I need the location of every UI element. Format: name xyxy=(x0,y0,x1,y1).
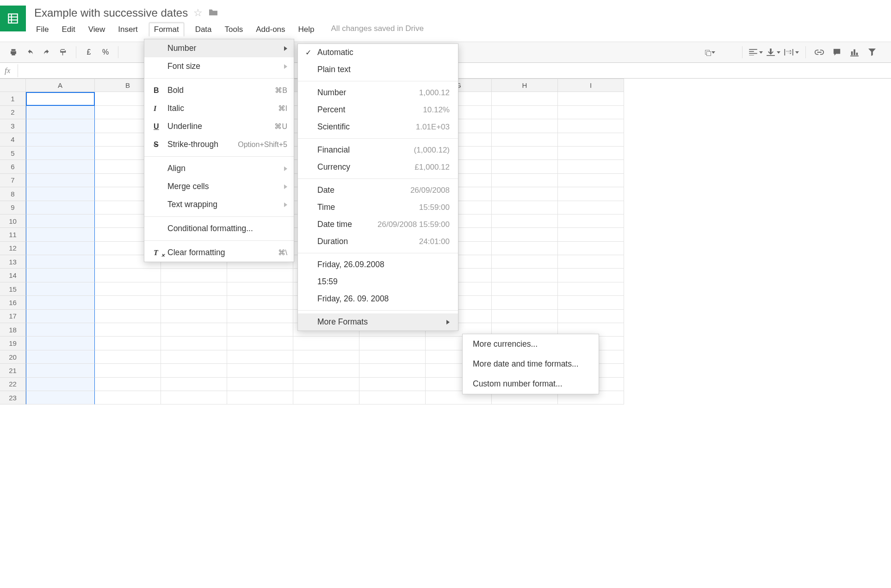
filter-button[interactable] xyxy=(865,45,879,59)
cell[interactable] xyxy=(359,364,426,377)
star-icon[interactable]: ☆ xyxy=(193,7,203,19)
cell[interactable] xyxy=(492,147,558,160)
menu-insert[interactable]: Insert xyxy=(116,24,140,37)
cell[interactable] xyxy=(95,310,161,323)
row-header[interactable]: 17 xyxy=(0,310,26,323)
number-automatic-item[interactable]: ✓Automatic xyxy=(298,44,458,61)
chart-button[interactable] xyxy=(848,45,861,59)
number-time-item[interactable]: Time 15:59:00 xyxy=(298,199,458,216)
cell[interactable] xyxy=(227,323,293,337)
format-italic-item[interactable]: IItalic ⌘I xyxy=(144,99,294,117)
cell[interactable] xyxy=(161,350,227,364)
cell[interactable] xyxy=(359,378,426,391)
cell[interactable] xyxy=(293,350,359,364)
folder-icon[interactable] xyxy=(208,7,218,19)
cell[interactable] xyxy=(558,310,624,323)
undo-button[interactable] xyxy=(23,45,37,59)
cell[interactable] xyxy=(161,282,227,296)
row-header[interactable]: 23 xyxy=(0,391,26,404)
cell[interactable] xyxy=(492,214,558,228)
cell[interactable] xyxy=(161,323,227,337)
cell[interactable] xyxy=(95,364,161,377)
cell[interactable] xyxy=(492,296,558,309)
redo-button[interactable] xyxy=(40,45,54,59)
cell[interactable] xyxy=(95,282,161,296)
cell[interactable] xyxy=(227,296,293,309)
cell[interactable] xyxy=(492,228,558,241)
cell[interactable] xyxy=(26,255,95,269)
number-percent-item[interactable]: Percent 10.12% xyxy=(298,101,458,118)
number-fmt1-item[interactable]: Friday, 26.09.2008 xyxy=(298,256,458,273)
cell[interactable] xyxy=(227,391,293,404)
number-number-item[interactable]: Number 1,000.12 xyxy=(298,84,458,101)
number-date-item[interactable]: Date 26/09/2008 xyxy=(298,182,458,199)
cell[interactable] xyxy=(558,296,624,309)
cell[interactable] xyxy=(26,323,95,337)
col-header-h[interactable]: H xyxy=(492,79,558,92)
cell[interactable] xyxy=(492,242,558,255)
col-header-a[interactable]: A xyxy=(26,79,95,92)
cell[interactable] xyxy=(293,391,359,404)
row-header[interactable]: 3 xyxy=(0,119,26,133)
col-header-i[interactable]: I xyxy=(558,79,624,92)
row-header[interactable]: 18 xyxy=(0,323,26,337)
row-header[interactable]: 15 xyxy=(0,282,26,296)
row-header[interactable]: 4 xyxy=(0,133,26,147)
custom-number-item[interactable]: Custom number format... xyxy=(463,374,599,394)
cell[interactable] xyxy=(227,350,293,364)
row-header[interactable]: 19 xyxy=(0,337,26,350)
row-header[interactable]: 10 xyxy=(0,214,26,228)
cell[interactable] xyxy=(26,337,95,350)
number-scientific-item[interactable]: Scientific 1.01E+03 xyxy=(298,118,458,135)
row-header[interactable]: 5 xyxy=(0,147,26,160)
paint-format-button[interactable] xyxy=(56,45,70,59)
row-header[interactable]: 8 xyxy=(0,187,26,201)
cell[interactable] xyxy=(26,174,95,187)
cell[interactable] xyxy=(161,378,227,391)
cell[interactable] xyxy=(558,255,624,269)
wrap-button[interactable] xyxy=(784,45,799,59)
cell[interactable] xyxy=(95,350,161,364)
cell[interactable] xyxy=(558,228,624,241)
cell[interactable] xyxy=(558,133,624,147)
cell[interactable] xyxy=(558,201,624,214)
format-merge-item[interactable]: Merge cells xyxy=(144,178,294,196)
number-currency-item[interactable]: Currency £1,000.12 xyxy=(298,159,458,176)
cell[interactable] xyxy=(359,337,426,350)
cell[interactable] xyxy=(558,92,624,105)
row-header[interactable]: 20 xyxy=(0,350,26,364)
cell[interactable] xyxy=(95,296,161,309)
cell[interactable] xyxy=(26,201,95,214)
menu-format[interactable]: Format xyxy=(149,23,184,37)
cell[interactable] xyxy=(26,242,95,255)
document-title[interactable]: Example with successive dates xyxy=(32,6,188,19)
menu-help[interactable]: Help xyxy=(297,24,316,37)
cell[interactable] xyxy=(492,133,558,147)
cell[interactable] xyxy=(26,214,95,228)
row-header[interactable]: 11 xyxy=(0,228,26,241)
cell[interactable] xyxy=(492,255,558,269)
format-clear-item[interactable]: T✕Clear formatting ⌘\ xyxy=(144,244,294,262)
cell[interactable] xyxy=(227,364,293,377)
cell[interactable] xyxy=(492,106,558,119)
halign-button[interactable] xyxy=(749,45,763,59)
format-bold-item[interactable]: BBold ⌘B xyxy=(144,81,294,99)
row-header[interactable]: 1 xyxy=(0,92,26,105)
currency-button[interactable]: £ xyxy=(82,45,96,59)
cell[interactable] xyxy=(558,282,624,296)
format-fontsize-item[interactable]: Font size xyxy=(144,57,294,75)
cell[interactable] xyxy=(558,160,624,173)
number-plain-item[interactable]: Plain text xyxy=(298,61,458,78)
row-header[interactable]: 14 xyxy=(0,269,26,282)
cell[interactable] xyxy=(492,269,558,282)
number-fmt2-item[interactable]: 15:59 xyxy=(298,273,458,290)
cell[interactable] xyxy=(359,391,426,404)
select-all-corner[interactable] xyxy=(0,79,26,92)
cell[interactable] xyxy=(161,269,227,282)
cell[interactable] xyxy=(558,242,624,255)
cell[interactable] xyxy=(161,391,227,404)
sheets-app-icon[interactable] xyxy=(0,6,26,31)
cell[interactable] xyxy=(492,310,558,323)
cell[interactable] xyxy=(26,296,95,309)
format-number-item[interactable]: Number xyxy=(144,39,294,57)
